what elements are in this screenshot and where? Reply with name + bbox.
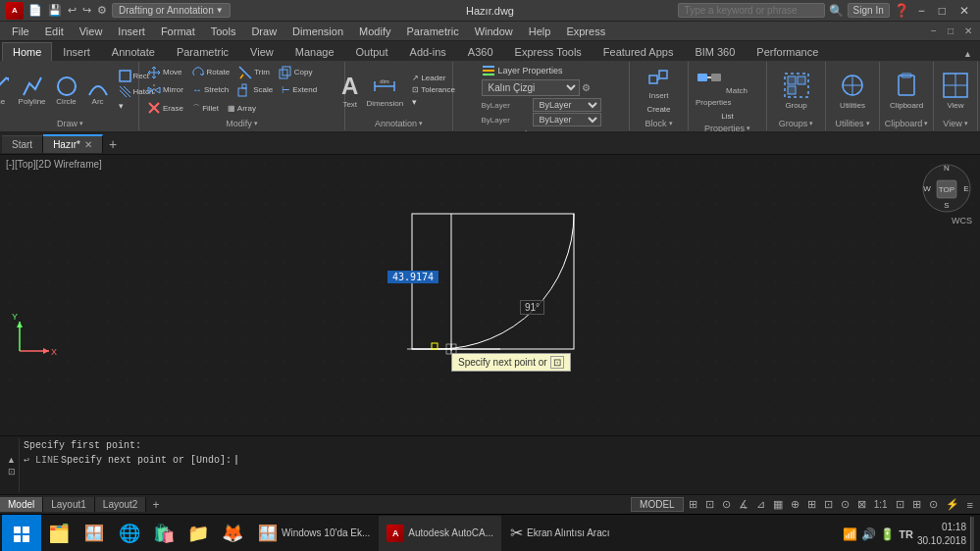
modify-group-label[interactable]: Modify▾: [226, 119, 258, 128]
tool-circle[interactable]: Circle: [52, 74, 81, 108]
tray-lang-icon[interactable]: TR: [899, 528, 913, 540]
inner-restore[interactable]: □: [944, 25, 957, 36]
taskbar-item-winstore[interactable]: 🛍️: [147, 516, 181, 552]
viewcube[interactable]: N S E W TOP: [921, 163, 972, 214]
qat-undo[interactable]: ↩: [67, 4, 77, 17]
tab-output[interactable]: Output: [345, 42, 399, 61]
tool-create-block[interactable]: Create: [643, 104, 674, 115]
linetype-dropdown[interactable]: ByLayer: [533, 113, 601, 126]
tool-move[interactable]: Move: [143, 65, 186, 80]
qat-settings[interactable]: ⚙: [96, 4, 108, 17]
inner-minimize[interactable]: −: [927, 25, 941, 36]
tray-network-icon[interactable]: 📶: [843, 527, 857, 541]
menu-file[interactable]: File: [4, 24, 37, 39]
menu-tools[interactable]: Tools: [203, 24, 244, 39]
tool-more-ann[interactable]: ▾: [408, 96, 459, 108]
qat-new[interactable]: 📄: [27, 4, 43, 17]
tool-erase[interactable]: Erase: [143, 100, 187, 116]
tool-insert[interactable]: Insert: [644, 66, 673, 102]
tray-sound-icon[interactable]: 🔊: [861, 527, 876, 541]
tool-view[interactable]: View: [939, 70, 972, 112]
draw-group-label[interactable]: Draw▾: [57, 119, 83, 128]
tool-dimension[interactable]: dim Dimension: [363, 72, 406, 110]
status-tp[interactable]: ⊞: [804, 498, 819, 511]
tab-parametric[interactable]: Parametric: [166, 42, 239, 61]
annotation-group-label[interactable]: Annotation▾: [375, 119, 423, 128]
status-perf[interactable]: ⚡: [943, 498, 962, 511]
close-button[interactable]: ✕: [954, 4, 974, 18]
status-sel[interactable]: ⊙: [838, 498, 852, 511]
tool-trim[interactable]: Trim: [234, 65, 274, 80]
tab-home[interactable]: Home: [2, 42, 52, 61]
menu-dimension[interactable]: Dimension: [284, 24, 351, 39]
taskbar-item-snip[interactable]: ✂ Ekran Alıntısı Aracı: [502, 516, 617, 552]
tool-group[interactable]: Group: [780, 70, 813, 112]
tool-match-properties[interactable]: Match Properties: [693, 64, 762, 109]
tab-view[interactable]: View: [239, 42, 284, 61]
file-tab-close[interactable]: ✕: [84, 139, 92, 150]
status-grid[interactable]: ⊞: [686, 498, 700, 511]
inner-close[interactable]: ✕: [960, 25, 976, 36]
tool-stretch[interactable]: ↔ Stretch: [188, 83, 232, 96]
tab-a360[interactable]: A360: [457, 42, 504, 61]
taskbar-item-browser2[interactable]: 🦊: [216, 516, 249, 552]
status-qs[interactable]: ⊡: [821, 498, 836, 511]
taskbar-item-explorer[interactable]: 🗂️: [42, 516, 76, 552]
tool-mirror[interactable]: Mirror: [143, 82, 187, 98]
taskbar-item-browser[interactable]: 🌐: [113, 516, 146, 552]
layout-tab-model[interactable]: Model: [0, 497, 43, 512]
color-dropdown[interactable]: ByLayer: [533, 98, 601, 112]
layout-tab-layout1[interactable]: Layout1: [43, 497, 95, 512]
status-more[interactable]: ⊡: [893, 498, 907, 511]
menu-parametric[interactable]: Parametric: [398, 24, 466, 39]
taskbar-item-win10-app[interactable]: 🪟 Windows 10'da Ek...: [250, 516, 378, 552]
new-tab-button[interactable]: +: [103, 134, 123, 154]
status-lw[interactable]: ⊕: [788, 498, 802, 511]
ribbon-collapse[interactable]: ▲: [957, 47, 978, 61]
tool-scale[interactable]: Scale: [233, 82, 277, 98]
menu-edit[interactable]: Edit: [37, 24, 72, 39]
tab-featured-apps[interactable]: Featured Apps: [593, 42, 685, 61]
menu-help[interactable]: Help: [521, 24, 559, 39]
file-tab-hazir[interactable]: Hazır* ✕: [43, 134, 103, 153]
tool-copy[interactable]: Copy: [275, 65, 317, 80]
help-icon[interactable]: ❓: [894, 3, 909, 18]
status-polar[interactable]: ∡: [736, 498, 751, 511]
tab-manage[interactable]: Manage: [284, 42, 345, 61]
tool-rotate[interactable]: Rotate: [187, 65, 234, 80]
tool-arc[interactable]: Arc: [83, 74, 113, 108]
tool-text[interactable]: A Text: [338, 71, 361, 111]
tool-line[interactable]: Line: [0, 74, 13, 108]
search-icon[interactable]: 🔍: [829, 4, 844, 18]
status-isnap[interactable]: ⊿: [753, 498, 768, 511]
menu-express[interactable]: Express: [558, 24, 613, 39]
menu-insert[interactable]: Insert: [110, 24, 153, 39]
new-layout-button[interactable]: +: [146, 496, 165, 514]
tab-addins[interactable]: Add-ins: [399, 42, 457, 61]
tab-insert[interactable]: Insert: [52, 42, 101, 61]
status-ortho[interactable]: ⊙: [719, 498, 734, 511]
menu-window[interactable]: Window: [467, 24, 521, 39]
layers-group-label[interactable]: Layers▾: [525, 128, 557, 131]
layer-properties-btn[interactable]: Layer Properties: [498, 66, 563, 75]
layer-dropdown[interactable]: Kalın Çizgi: [482, 79, 580, 96]
tab-bim360[interactable]: BIM 360: [684, 42, 746, 61]
viewport-area[interactable]: [-][Top][2D Wireframe] X: [0, 155, 980, 435]
menu-format[interactable]: Format: [153, 24, 203, 39]
clock-display[interactable]: 01:18 30.10.2018: [917, 521, 966, 548]
tool-clipboard[interactable]: Clipboard: [887, 70, 926, 112]
status-anno[interactable]: ⊠: [854, 498, 869, 511]
tool-utilities[interactable]: Utilities: [836, 70, 869, 112]
qat-save[interactable]: 💾: [47, 4, 63, 17]
tool-array[interactable]: ▦ Array: [224, 103, 260, 114]
minimize-button[interactable]: −: [913, 4, 930, 18]
menu-view[interactable]: View: [72, 24, 111, 39]
status-ui[interactable]: ≡: [964, 499, 976, 511]
tool-tolerance[interactable]: ⊡ Tolerance: [408, 84, 459, 95]
cmd-expand-icon[interactable]: ▲: [7, 455, 16, 465]
maximize-button[interactable]: □: [934, 4, 951, 18]
layer-tools[interactable]: ⚙: [582, 82, 591, 93]
status-hw[interactable]: ⊙: [926, 498, 941, 511]
file-tab-start[interactable]: Start: [2, 135, 43, 153]
status-dyn[interactable]: ▦: [770, 498, 786, 511]
